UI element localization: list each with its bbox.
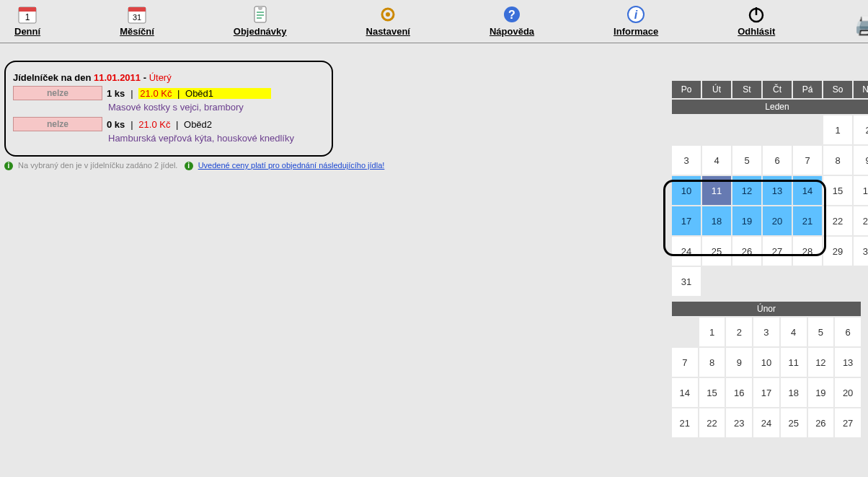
nav-info[interactable]: i Informace xyxy=(614,4,658,37)
calendar-dow: Po xyxy=(671,80,701,99)
calendar-day[interactable]: 20 xyxy=(762,206,792,236)
calendar-day[interactable]: 23 xyxy=(725,408,753,438)
title-dash: - xyxy=(141,72,149,83)
calendar-day[interactable]: 16 xyxy=(725,377,753,408)
calendar-day[interactable]: 2 xyxy=(853,115,868,145)
calendar-day[interactable]: 24 xyxy=(671,236,701,266)
calendar-day[interactable]: 4 xyxy=(780,317,807,347)
title-prefix: Jídelníček na den xyxy=(13,72,94,83)
calendar-day[interactable]: 20 xyxy=(834,377,862,408)
calendar-day[interactable]: 16 xyxy=(853,175,868,206)
calendar-day[interactable]: 14 xyxy=(792,175,823,206)
calendar-day[interactable]: 2 xyxy=(725,317,753,347)
calendar-day[interactable]: 15 xyxy=(823,175,853,206)
title-day: Úterý xyxy=(149,72,172,83)
info-text-link[interactable]: Uvedené ceny platí pro objednání následu… xyxy=(198,161,385,170)
calendar-day[interactable]: 6 xyxy=(834,317,862,347)
power-icon xyxy=(745,4,768,25)
calendar-day[interactable]: 19 xyxy=(732,206,762,236)
calendar-day[interactable]: 19 xyxy=(807,377,835,408)
calendar-day[interactable]: 9 xyxy=(853,145,868,175)
calendar-day[interactable]: 1 xyxy=(699,317,726,347)
calendar-day[interactable]: 8 xyxy=(823,145,853,175)
svg-text:i: i xyxy=(634,9,638,21)
nav-logout[interactable]: Odhlásit xyxy=(738,4,775,37)
calendar-day[interactable]: 14 xyxy=(671,377,699,408)
meal-row: nelze1 ks| 21.0 Kč | Oběd1 xyxy=(13,86,324,100)
calendar-day[interactable]: 13 xyxy=(762,175,792,206)
calendar-day[interactable]: 17 xyxy=(671,206,701,236)
nav-help[interactable]: ? Nápověda xyxy=(490,4,534,37)
calendar-day[interactable]: 11 xyxy=(780,347,807,377)
calendar-day[interactable]: 12 xyxy=(732,175,762,206)
calendar-day[interactable]: 25 xyxy=(780,408,807,438)
calendar-dow: Ne xyxy=(853,80,868,99)
calendar-day[interactable]: 12 xyxy=(807,347,835,377)
calendar-day[interactable]: 18 xyxy=(701,206,732,236)
calendar-day[interactable]: 18 xyxy=(780,377,807,408)
meal-name: Oběd2 xyxy=(184,119,212,130)
svg-point-8 xyxy=(386,12,390,17)
calendar-day[interactable]: 29 xyxy=(823,236,853,266)
calendar-month: PoÚtStČtPáSoNeLeden123456789101112131415… xyxy=(670,79,868,297)
clipboard-icon xyxy=(249,4,272,25)
nav-orders[interactable]: Objednávky xyxy=(234,4,287,37)
calendar-day[interactable]: 11 xyxy=(701,175,732,206)
calendar-day[interactable]: 7 xyxy=(792,145,823,175)
meal-name: Oběd1 xyxy=(185,88,213,99)
calendar-day[interactable]: 8 xyxy=(699,347,726,377)
info-badge-icon: i xyxy=(4,162,13,170)
calendar-day[interactable]: 28 xyxy=(792,236,823,266)
calendar-panel: PoÚtStČtPáSoNeLeden123456789101112131415… xyxy=(670,79,862,442)
print-icon[interactable]: 🖨️ xyxy=(854,14,868,37)
calendar-dow: Čt xyxy=(762,80,792,99)
calendar-day[interactable]: 26 xyxy=(807,408,835,438)
calendar-day[interactable]: 4 xyxy=(701,145,732,175)
calendar-day[interactable]: 13 xyxy=(834,347,862,377)
calendar-day[interactable]: 21 xyxy=(671,408,699,438)
menu-title: Jídelníček na den 11.01.2011 - Úterý xyxy=(13,72,324,83)
calendar-day[interactable]: 10 xyxy=(671,175,701,206)
calendar-day[interactable]: 3 xyxy=(753,317,780,347)
calendar-day[interactable]: 15 xyxy=(699,377,726,408)
calendar-day[interactable]: 30 xyxy=(853,236,868,266)
calendar-day[interactable]: 22 xyxy=(699,408,726,438)
calendar-day[interactable]: 27 xyxy=(762,236,792,266)
calendar-dow: St xyxy=(732,80,762,99)
order-disabled-button[interactable]: nelze xyxy=(13,117,102,131)
calendar-day[interactable]: 31 xyxy=(671,266,701,297)
info-text-grey: Na vybraný den je v jídelníčku zadáno 2 … xyxy=(18,161,177,170)
calendar-day[interactable]: 9 xyxy=(725,347,753,377)
nav-settings[interactable]: Nastavení xyxy=(366,4,410,37)
top-nav: 1 Denní 31 Měsíční Objednávky Nastavení … xyxy=(0,0,868,43)
calendar-day[interactable]: 21 xyxy=(792,206,823,236)
calendar-day[interactable]: 5 xyxy=(732,145,762,175)
svg-rect-3 xyxy=(128,7,146,12)
calendar-day[interactable]: 5 xyxy=(807,317,835,347)
order-disabled-button[interactable]: nelze xyxy=(13,86,102,100)
calendar-day[interactable]: 1 xyxy=(823,115,853,145)
calendar-day[interactable]: 10 xyxy=(753,347,780,377)
meal-qty: 1 ks xyxy=(107,88,125,99)
calendar-dow: Pá xyxy=(792,80,823,99)
calendar-month-name: Únor xyxy=(671,301,862,317)
calendar-day[interactable]: 22 xyxy=(823,206,853,236)
calendar-day[interactable]: 27 xyxy=(834,408,862,438)
calendar-day[interactable]: 24 xyxy=(753,408,780,438)
calendar-day[interactable]: 25 xyxy=(701,236,732,266)
calendar-day[interactable]: 23 xyxy=(853,206,868,236)
calendar-day[interactable]: 26 xyxy=(732,236,762,266)
calendar-month-name: Leden xyxy=(671,99,868,115)
nav-label: Měsíční xyxy=(120,26,154,37)
nav-daily[interactable]: 1 Denní xyxy=(14,4,40,37)
calendar-day[interactable]: 7 xyxy=(671,347,699,377)
calendar-day[interactable]: 6 xyxy=(762,145,792,175)
calendar-day[interactable]: 3 xyxy=(671,145,701,175)
calendar-day[interactable]: 17 xyxy=(753,377,780,408)
nav-label: Odhlásit xyxy=(738,26,775,37)
nav-monthly[interactable]: 31 Měsíční xyxy=(120,4,154,37)
meal-description: Masové kostky s vejci, brambory xyxy=(108,102,324,113)
menu-card: Jídelníček na den 11.01.2011 - Úterý nel… xyxy=(4,61,333,157)
calendar-month-icon: 31 xyxy=(125,4,149,25)
svg-text:?: ? xyxy=(508,9,515,21)
